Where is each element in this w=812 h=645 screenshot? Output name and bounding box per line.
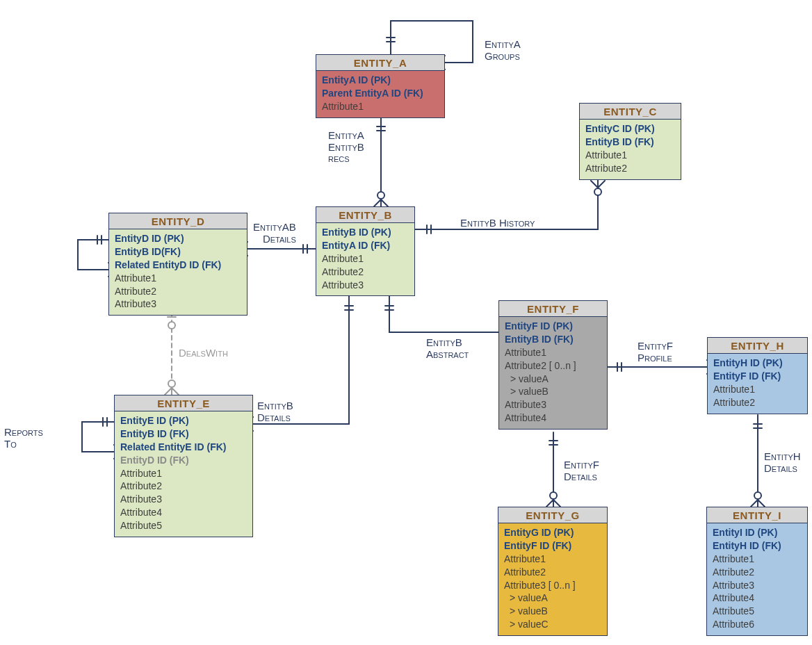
entity-b: ENTITY_B EntityB ID (PK) EntityA ID (FK)…: [316, 206, 415, 296]
entity-g: ENTITY_G EntityG ID (PK) EntityF ID (FK)…: [498, 507, 608, 636]
entity-e-row: Attribute3: [120, 493, 247, 506]
rel-h-details: EntityH Details: [764, 451, 801, 474]
entity-h: ENTITY_H EntityH ID (PK) EntityF ID (FK)…: [707, 337, 808, 414]
entity-e-body: EntityE ID (PK) EntityB ID (FK) Related …: [115, 411, 252, 537]
entity-c-row: EntityC ID (PK): [585, 122, 675, 136]
svg-point-8: [168, 380, 175, 387]
entity-e-row: Attribute2: [120, 480, 247, 493]
entity-f-row: EntityB ID (FK): [505, 333, 601, 346]
entity-d-body: EntityD ID (PK) EntityB ID(FK) Related E…: [109, 229, 247, 315]
entity-i-row: Attribute3: [713, 579, 802, 592]
entity-a-row: Attribute1: [322, 100, 439, 113]
entity-d-row: EntityB ID(FK): [115, 245, 241, 259]
entity-b-body: EntityB ID (PK) EntityA ID (FK) Attribut…: [316, 223, 414, 295]
svg-point-1: [377, 192, 384, 199]
entity-i: ENTITY_I EntityI ID (PK) EntityH ID (FK)…: [706, 507, 808, 636]
entity-i-row: Attribute1: [713, 553, 802, 566]
entity-e: ENTITY_E EntityE ID (PK) EntityB ID (FK)…: [114, 395, 253, 537]
svg-point-7: [168, 322, 175, 329]
entity-c-body: EntityC ID (PK) EntityB ID (FK) Attribut…: [580, 120, 681, 179]
entity-b-row: EntityB ID (PK): [322, 226, 409, 239]
entity-i-row: EntityI ID (PK): [713, 526, 802, 539]
entity-i-row: Attribute2: [713, 566, 802, 579]
entity-f: ENTITY_F EntityF ID (PK) EntityB ID (FK)…: [498, 300, 608, 430]
rel-a-b-recs: EntityA EntityB recs: [328, 130, 364, 165]
entity-d-row: Attribute1: [115, 272, 241, 285]
svg-point-10: [550, 492, 557, 499]
entity-e-row: Attribute5: [120, 519, 247, 532]
entity-d-title: ENTITY_D: [109, 213, 247, 229]
entity-g-row: > valueA: [504, 591, 601, 605]
entity-g-row: EntityG ID (PK): [504, 526, 601, 539]
entity-i-title: ENTITY_I: [707, 507, 807, 523]
entity-c-row: Attribute2: [585, 162, 675, 175]
entity-d-row: Attribute2: [115, 285, 241, 298]
er-diagram: ENTITY_A EntityA ID (PK) Parent EntityA …: [0, 0, 812, 645]
entity-f-row: Attribute1: [505, 346, 601, 359]
entity-e-row: EntityD ID (FK): [120, 454, 247, 467]
rel-f-profile: EntityF Profile: [638, 341, 673, 364]
entity-f-body: EntityF ID (PK) EntityB ID (FK) Attribut…: [499, 317, 607, 429]
rel-b-history: EntityB History: [460, 218, 535, 229]
rel-b-abstract: EntityB Abstract: [426, 337, 469, 360]
entity-b-row: Attribute1: [322, 252, 409, 266]
rel-b-details: EntityB Details: [257, 400, 293, 423]
rel-reportsto: Reports To: [4, 427, 43, 450]
entity-e-row: EntityB ID (FK): [120, 427, 247, 441]
entity-b-row: EntityA ID (FK): [322, 239, 409, 252]
entity-d-row: Related EntityD ID (FK): [115, 259, 241, 272]
entity-c-title: ENTITY_C: [580, 104, 681, 120]
entity-g-row: > valueC: [504, 618, 601, 631]
entity-h-title: ENTITY_H: [708, 338, 807, 354]
entity-i-row: Attribute5: [713, 605, 802, 618]
svg-point-12: [754, 492, 761, 499]
rel-ab-details: EntityAB Details: [253, 222, 296, 245]
entity-i-row: Attribute6: [713, 618, 802, 631]
entity-d-row: Attribute3: [115, 297, 241, 311]
entity-f-row: > valueA: [505, 373, 601, 386]
entity-e-row: Related EntityE ID (FK): [120, 441, 247, 454]
entity-a-row: Parent EntityA ID (FK): [322, 87, 439, 100]
rel-dealswith: DealsWith: [179, 348, 228, 359]
entity-a-row: EntityA ID (PK): [322, 74, 439, 87]
entity-b-row: Attribute3: [322, 279, 409, 292]
entity-c-row: EntityB ID (FK): [585, 136, 675, 149]
entity-g-row: EntityF ID (FK): [504, 539, 601, 553]
entity-f-row: > valueB: [505, 385, 601, 398]
entity-h-row: Attribute2: [713, 396, 802, 409]
svg-point-2: [594, 188, 601, 195]
entity-i-row: Attribute4: [713, 591, 802, 605]
rel-f-details: EntityF Details: [564, 459, 599, 482]
entity-c-row: Attribute1: [585, 149, 675, 162]
entity-f-row: EntityF ID (PK): [505, 320, 601, 333]
entity-e-row: Attribute1: [120, 467, 247, 480]
entity-h-body: EntityH ID (PK) EntityF ID (FK) Attribut…: [708, 354, 807, 414]
entity-g-row: Attribute1: [504, 553, 601, 566]
entity-e-title: ENTITY_E: [115, 395, 252, 411]
entity-a-body: EntityA ID (PK) Parent EntityA ID (FK) A…: [316, 71, 444, 117]
entity-d: ENTITY_D EntityD ID (PK) EntityB ID(FK) …: [108, 213, 247, 316]
entity-d-row: EntityD ID (PK): [115, 232, 241, 245]
entity-h-row: EntityH ID (PK): [713, 357, 802, 370]
entity-f-title: ENTITY_F: [499, 301, 607, 317]
entity-g-title: ENTITY_G: [498, 507, 607, 523]
entity-g-body: EntityG ID (PK) EntityF ID (FK) Attribut…: [498, 523, 607, 635]
entity-i-body: EntityI ID (PK) EntityH ID (FK) Attribut…: [707, 523, 807, 635]
entity-a: ENTITY_A EntityA ID (PK) Parent EntityA …: [316, 54, 445, 118]
entity-a-title: ENTITY_A: [316, 55, 444, 71]
entity-h-row: Attribute1: [713, 383, 802, 396]
entity-i-row: EntityH ID (FK): [713, 539, 802, 553]
entity-g-row: > valueB: [504, 605, 601, 618]
entity-e-row: Attribute4: [120, 506, 247, 519]
entity-c: ENTITY_C EntityC ID (PK) EntityB ID (FK)…: [579, 103, 681, 180]
entity-f-row: Attribute2 [ 0..n ]: [505, 359, 601, 373]
entity-b-row: Attribute2: [322, 266, 409, 279]
entity-g-row: Attribute3 [ 0..n ]: [504, 579, 601, 592]
entity-f-row: Attribute3: [505, 398, 601, 411]
entity-f-row: Attribute4: [505, 411, 601, 425]
rel-a-groups: EntityA Groups: [485, 39, 521, 62]
entity-e-row: EntityE ID (PK): [120, 414, 247, 427]
entity-h-row: EntityF ID (FK): [713, 370, 802, 383]
entity-g-row: Attribute2: [504, 566, 601, 579]
entity-b-title: ENTITY_B: [316, 207, 414, 223]
